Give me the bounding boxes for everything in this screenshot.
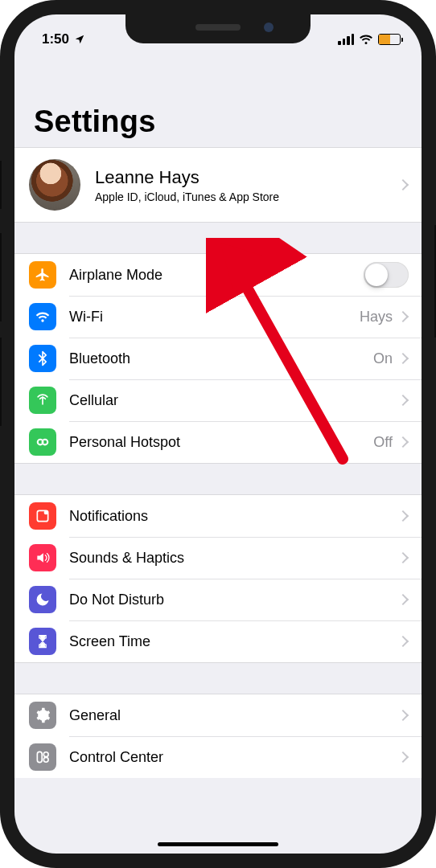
control-center-row[interactable]: Control Center [14, 736, 422, 778]
bluetooth-row[interactable]: Bluetooth On [14, 338, 422, 379]
svg-point-6 [43, 757, 48, 762]
chevron-right-icon [397, 751, 409, 763]
svg-point-3 [44, 510, 48, 514]
home-indicator[interactable] [158, 842, 278, 846]
row-label: Control Center [69, 749, 399, 766]
row-value: Hays [360, 309, 393, 326]
cellular-row[interactable]: Cellular [14, 379, 422, 421]
chevron-right-icon [397, 436, 409, 448]
apple-id-row[interactable]: Leanne Hays Apple ID, iCloud, iTunes & A… [14, 148, 422, 222]
chevron-right-icon [397, 311, 409, 322]
status-time: 1:50 [42, 31, 69, 47]
row-value: On [373, 350, 393, 367]
chevron-right-icon [397, 179, 409, 190]
page-header: Settings [14, 55, 422, 147]
svg-point-5 [43, 752, 48, 757]
profile-group: Leanne Hays Apple ID, iCloud, iTunes & A… [14, 147, 422, 223]
profile-subtitle: Apple ID, iCloud, iTunes & App Store [95, 190, 399, 203]
general-group: General Control Center [14, 694, 422, 778]
row-label: Cellular [69, 392, 399, 409]
row-label: Personal Hotspot [69, 434, 373, 451]
wifi-icon [359, 32, 373, 47]
sounds-row[interactable]: Sounds & Haptics [14, 537, 422, 579]
wifi-row[interactable]: Wi-Fi Hays [14, 296, 422, 338]
hotspot-icon [29, 428, 56, 456]
chevron-right-icon [397, 636, 409, 647]
chevron-right-icon [397, 552, 409, 563]
connectivity-group: Airplane Mode Wi-Fi Hays Bluetooth On [14, 253, 422, 464]
notifications-group: Notifications Sounds & Haptics Do Not Di… [14, 494, 422, 663]
cellular-icon [29, 387, 56, 414]
profile-name: Leanne Hays [95, 167, 399, 188]
location-icon [74, 34, 85, 45]
bluetooth-icon [29, 345, 56, 372]
row-label: Airplane Mode [69, 267, 364, 284]
airplane-mode-row[interactable]: Airplane Mode [14, 254, 422, 296]
row-label: Wi-Fi [69, 309, 360, 326]
chevron-right-icon [397, 353, 409, 364]
cellular-signal-icon [338, 34, 354, 45]
row-label: Screen Time [69, 633, 399, 650]
chevron-right-icon [397, 395, 409, 406]
control-center-icon [29, 743, 56, 771]
hotspot-row[interactable]: Personal Hotspot Off [14, 421, 422, 463]
screentime-row[interactable]: Screen Time [14, 620, 422, 662]
chevron-right-icon [397, 510, 409, 522]
row-label: Bluetooth [69, 350, 373, 367]
row-value: Off [373, 434, 393, 451]
avatar [29, 159, 80, 211]
svg-rect-4 [37, 751, 42, 762]
general-row[interactable]: General [14, 694, 422, 736]
notifications-icon [29, 502, 56, 530]
screentime-icon [29, 628, 56, 655]
dnd-row[interactable]: Do Not Disturb [14, 579, 422, 620]
sounds-icon [29, 544, 56, 571]
svg-point-1 [43, 440, 48, 445]
row-label: Notifications [69, 508, 399, 525]
notifications-row[interactable]: Notifications [14, 495, 422, 537]
airplane-mode-toggle[interactable] [364, 262, 409, 288]
row-label: General [69, 707, 399, 724]
notch [125, 14, 311, 43]
row-label: Sounds & Haptics [69, 550, 399, 567]
wifi-row-icon [29, 303, 56, 330]
chevron-right-icon [397, 710, 409, 721]
dnd-icon [29, 586, 56, 613]
airplane-icon [29, 261, 56, 289]
device-frame: 1:50 Settings L [0, 0, 436, 868]
chevron-right-icon [397, 594, 409, 605]
screen: 1:50 Settings L [14, 14, 422, 854]
gear-icon [29, 702, 56, 729]
page-title: Settings [34, 104, 402, 139]
battery-icon [378, 34, 401, 45]
row-label: Do Not Disturb [69, 592, 399, 608]
